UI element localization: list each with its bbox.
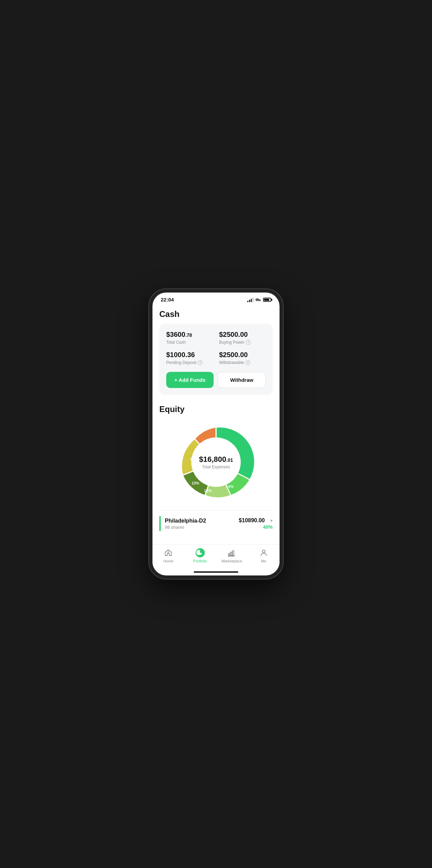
svg-text:14%: 14% bbox=[226, 484, 234, 489]
time: 22:04 bbox=[161, 297, 174, 302]
pending-deposit-item: $1000.36 Pending Deposit ? bbox=[166, 351, 213, 365]
nav-portfolio-label: Portfolio bbox=[193, 559, 207, 563]
home-icon bbox=[163, 548, 173, 558]
withdraw-button[interactable]: Withdraw bbox=[218, 372, 266, 388]
portfolio-left: Philadelphia-D2 98 shares bbox=[159, 516, 206, 531]
withdrawable-amount: $2500.00 bbox=[219, 351, 266, 359]
nav-home[interactable]: Home bbox=[158, 548, 179, 563]
status-bar: 22:04 bbox=[152, 293, 280, 304]
pending-deposit-amount: $1000.36 bbox=[166, 351, 213, 359]
equity-section-title: Equity bbox=[159, 404, 273, 414]
nav-marketplace[interactable]: Marketplace bbox=[221, 548, 242, 563]
donut-chart-container: 40% 14% 13% 13% 11% $16,800.01 Total Exp… bbox=[159, 421, 273, 503]
buying-power-help-icon[interactable]: ? bbox=[246, 340, 251, 345]
status-icons bbox=[247, 297, 271, 302]
me-icon bbox=[259, 548, 269, 558]
nav-home-label: Home bbox=[163, 559, 173, 563]
svg-point-6 bbox=[168, 552, 169, 553]
marketplace-icon bbox=[227, 548, 237, 558]
cash-grid: $3600.78 Total Cash $2500.00 Buying Powe… bbox=[166, 331, 266, 365]
buying-power-amount: $2500.00 bbox=[219, 331, 266, 339]
cash-section-title: Cash bbox=[159, 309, 273, 319]
portfolio-percent: 40% bbox=[263, 524, 273, 530]
cash-card: $3600.78 Total Cash $2500.00 Buying Powe… bbox=[159, 324, 273, 395]
nav-me-label: Me bbox=[261, 559, 266, 563]
portfolio-value: $10890.00 bbox=[239, 517, 265, 524]
svg-rect-8 bbox=[228, 553, 230, 556]
total-cash-label: Total Cash bbox=[166, 340, 213, 345]
nav-portfolio[interactable]: Portfolio bbox=[190, 548, 211, 563]
nav-marketplace-label: Marketplace bbox=[221, 559, 242, 563]
cash-buttons: + Add Funds Withdraw bbox=[166, 372, 266, 388]
total-cash-amount: $3600.78 bbox=[166, 331, 213, 339]
phone-frame: 22:04 Cash bbox=[149, 289, 283, 579]
equity-section: Equity bbox=[159, 404, 273, 537]
withdrawable-label: Withdrawable ? bbox=[219, 360, 266, 365]
donut-amount: $16,800.01 bbox=[199, 455, 233, 464]
svg-text:11%: 11% bbox=[190, 457, 197, 461]
pending-deposit-help-icon[interactable]: ? bbox=[198, 360, 203, 365]
svg-text:13%: 13% bbox=[204, 489, 212, 493]
nav-me[interactable]: Me bbox=[253, 548, 274, 563]
chevron-down-icon: ▾ bbox=[270, 518, 273, 523]
wifi-icon bbox=[255, 298, 261, 302]
signal-icon bbox=[247, 297, 253, 302]
portfolio-bar bbox=[159, 516, 161, 531]
donut-center: $16,800.01 Total Expenses bbox=[199, 455, 233, 469]
svg-text:13%: 13% bbox=[192, 481, 199, 485]
portfolio-icon bbox=[195, 548, 205, 558]
total-cash-item: $3600.78 Total Cash bbox=[166, 331, 213, 345]
withdrawable-help-icon[interactable]: ? bbox=[246, 360, 250, 365]
buying-power-label: Buying Power ? bbox=[219, 340, 266, 345]
svg-point-12 bbox=[262, 550, 265, 553]
home-indicator bbox=[194, 571, 238, 573]
portfolio-shares: 98 shares bbox=[165, 525, 206, 530]
battery-icon bbox=[263, 298, 271, 302]
bottom-nav: Home Portfolio Marketplac bbox=[152, 544, 280, 570]
add-funds-button[interactable]: + Add Funds bbox=[166, 372, 214, 388]
main-content: Cash $3600.78 Total Cash $2500.00 Buying… bbox=[152, 304, 280, 544]
portfolio-info: Philadelphia-D2 98 shares bbox=[165, 518, 206, 530]
portfolio-name: Philadelphia-D2 bbox=[165, 518, 206, 524]
portfolio-item[interactable]: Philadelphia-D2 98 shares $10890.00 ▾ 40… bbox=[159, 510, 273, 537]
donut-label: Total Expenses bbox=[199, 465, 233, 469]
portfolio-right: $10890.00 ▾ 40% bbox=[239, 517, 273, 530]
buying-power-item: $2500.00 Buying Power ? bbox=[219, 331, 266, 345]
pending-deposit-label: Pending Deposit ? bbox=[166, 360, 213, 365]
withdrawable-item: $2500.00 Withdrawable ? bbox=[219, 351, 266, 365]
svg-text:40%: 40% bbox=[232, 457, 240, 461]
